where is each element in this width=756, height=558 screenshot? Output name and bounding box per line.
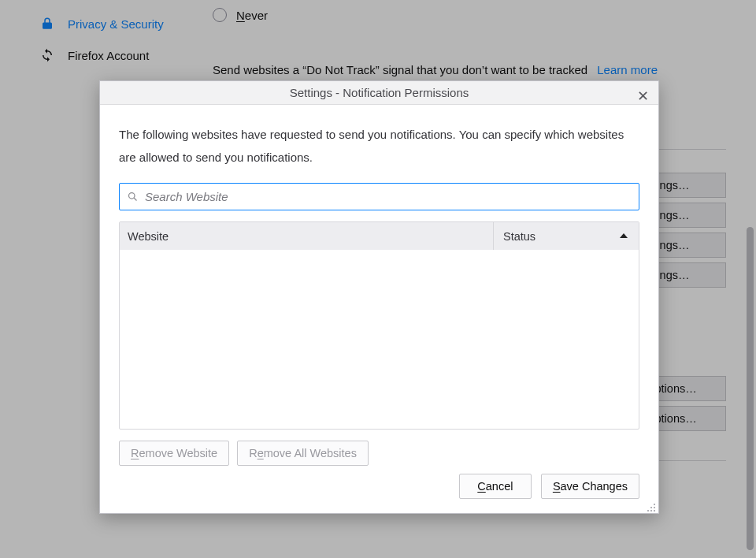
search-input[interactable] xyxy=(143,189,639,204)
cancel-button[interactable]: Cancel xyxy=(459,474,532,499)
resize-grip-icon[interactable] xyxy=(647,501,656,511)
table-header: Website Status xyxy=(120,222,639,250)
svg-point-3 xyxy=(654,507,655,508)
save-changes-button[interactable]: Save Changes xyxy=(541,474,639,499)
svg-point-4 xyxy=(654,510,655,512)
dialog-body: The following websites have requested to… xyxy=(100,105,658,474)
remove-all-websites-button[interactable]: Remove All Websites xyxy=(237,441,369,466)
remove-website-button[interactable]: Remove Website xyxy=(119,441,229,466)
column-website[interactable]: Website xyxy=(120,222,494,250)
column-status[interactable]: Status xyxy=(494,222,639,250)
dialog-header: Settings - Notification Permissions ✕ xyxy=(100,81,658,105)
dialog-description: The following websites have requested to… xyxy=(119,124,639,169)
dialog-footer: Cancel Save Changes xyxy=(100,474,658,513)
websites-table: Website Status xyxy=(119,221,639,430)
table-actions: Remove Website Remove All Websites xyxy=(119,441,639,466)
dialog-title: Settings - Notification Permissions xyxy=(290,86,469,99)
notification-permissions-dialog: Settings - Notification Permissions ✕ Th… xyxy=(99,80,659,514)
close-icon[interactable]: ✕ xyxy=(637,89,649,103)
svg-point-2 xyxy=(654,504,655,505)
search-icon xyxy=(127,191,139,203)
svg-point-5 xyxy=(650,507,652,508)
svg-point-6 xyxy=(650,510,652,512)
sort-asc-icon xyxy=(620,233,628,238)
svg-point-0 xyxy=(129,193,135,199)
svg-point-7 xyxy=(647,510,649,512)
svg-line-1 xyxy=(134,198,136,200)
table-body xyxy=(120,250,639,429)
search-website-field[interactable] xyxy=(119,183,639,210)
